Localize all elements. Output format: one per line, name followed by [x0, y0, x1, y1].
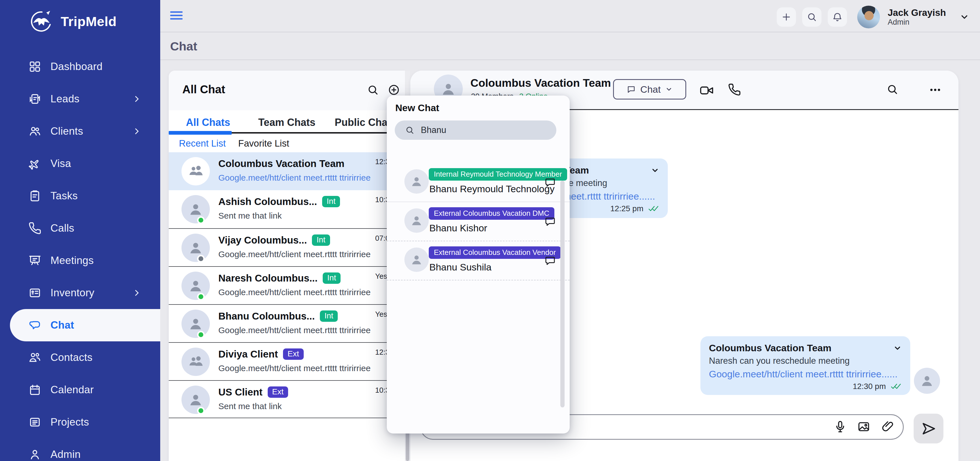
grid-icon	[29, 60, 41, 73]
notifications-button[interactable]	[828, 7, 847, 27]
message-time: 12:30 pm	[853, 382, 886, 391]
chat-list-item-us-client[interactable]: US ClientExt Sent me that link 10:30	[169, 380, 405, 418]
video-call-icon[interactable]	[699, 84, 715, 97]
inventory-icon	[29, 286, 41, 299]
sidebar-item-label: Admin	[51, 448, 81, 461]
message-options-chevron-icon[interactable]	[651, 166, 659, 175]
search-icon[interactable]	[367, 84, 379, 96]
new-chat-result-bhanu-reymould[interactable]: Internal Reymould Technology Member Bhan…	[387, 163, 570, 202]
more-options-icon[interactable]	[928, 84, 942, 97]
chat-list-item-vijay[interactable]: Vijay Coloumbus...Int Google.meet/htt/cl…	[169, 228, 405, 266]
search-icon	[405, 125, 415, 135]
image-attach-icon[interactable]	[857, 420, 870, 434]
sidebar-item-calendar[interactable]: Calendar	[0, 374, 160, 406]
subtab-favorite-list[interactable]: Favorite List	[238, 138, 289, 149]
microphone-icon[interactable]	[834, 420, 847, 434]
sidebar: TripMeld Dashboard Leads Clients Visa Ta…	[0, 0, 160, 461]
message-text: Naresh can you reschedule meeting	[709, 356, 902, 366]
modal-results: Internal Reymould Technology Member Bhan…	[387, 163, 570, 280]
message-time: 12:25 pm	[610, 204, 643, 213]
person-avatar	[181, 234, 210, 262]
user-info: Jack Grayish Admin	[888, 7, 946, 27]
user-name: Jack Grayish	[888, 7, 946, 18]
subtab-recent-list[interactable]: Recent List	[179, 138, 226, 149]
sidebar-item-tasks[interactable]: Tasks	[0, 180, 160, 212]
bell-icon	[832, 12, 843, 22]
member-name: Bhanu Sushila	[429, 262, 492, 273]
sidebar-nav: Dashboard Leads Clients Visa Tasks Calls…	[0, 51, 160, 461]
voice-call-icon[interactable]	[728, 83, 741, 96]
modal-search-input[interactable]: Bhanu	[395, 121, 556, 140]
sidebar-item-clients[interactable]: Clients	[0, 115, 160, 148]
tab-team-chats[interactable]: Team Chats	[248, 110, 326, 135]
sidebar-item-leads[interactable]: Leads	[0, 83, 160, 115]
clipboard-icon	[29, 189, 41, 202]
topbar-actions: Jack Grayish Admin	[777, 6, 969, 29]
sidebar-item-inventory[interactable]: Inventory	[0, 277, 160, 309]
start-chat-icon[interactable]	[544, 176, 556, 188]
clients-icon	[29, 125, 41, 138]
member-type-badge: External Coloumbus Vacation Vendor	[429, 246, 561, 259]
internal-badge: Int	[322, 196, 340, 207]
user-avatar[interactable]	[857, 6, 880, 29]
sidebar-item-dashboard[interactable]: Dashboard	[0, 51, 160, 83]
chat-last-message: Sent me that link	[218, 401, 371, 411]
chat-list-tabs: All Chats Team Chats Public Chats	[169, 110, 405, 135]
attachment-icon[interactable]	[881, 420, 895, 434]
sidebar-item-contacts[interactable]: Contacts	[0, 341, 160, 374]
online-status-dot	[197, 293, 205, 300]
search-button[interactable]	[802, 7, 821, 27]
add-button[interactable]	[777, 7, 796, 27]
chat-bubble-icon	[627, 85, 636, 94]
new-chat-icon[interactable]	[388, 84, 400, 96]
message-link[interactable]: Google.meet/htt/client meet.rtttt ttriri…	[709, 369, 902, 380]
person-avatar	[181, 272, 210, 300]
chat-list-title: All Chat	[182, 83, 225, 96]
chat-mode-dropdown[interactable]: Chat	[613, 79, 686, 100]
app-name: TripMeld	[61, 14, 116, 29]
start-chat-icon[interactable]	[544, 255, 556, 266]
sidebar-item-label: Clients	[51, 125, 83, 137]
chat-list-item-ashish[interactable]: Ashish Coloumbus...Int Sent me that link…	[169, 190, 405, 228]
new-chat-result-bhanu-kishor[interactable]: External Coloumbus Vacation DMC Bhanu Ki…	[387, 202, 570, 241]
chat-list-item-coloumbus-vacation-team[interactable]: Coloumbus Vacation Team Google.meet/htt/…	[169, 152, 405, 190]
chat-name: US Client	[218, 386, 262, 398]
send-button[interactable]	[914, 414, 943, 444]
chat-name: Naresh Coloumbus...	[218, 272, 318, 284]
sidebar-item-meetings[interactable]: Meetings	[0, 245, 160, 277]
chat-list-item-diviya[interactable]: Diviya ClientExt Google.meet/htt/client …	[169, 342, 405, 380]
sidebar-item-visa[interactable]: Visa	[0, 148, 160, 180]
menu-toggle-icon[interactable]	[170, 11, 183, 21]
new-chat-result-bhanu-sushila[interactable]: External Coloumbus Vacation Vendor Bhanu…	[387, 241, 570, 280]
modal-scrollbar[interactable]	[560, 181, 565, 407]
sidebar-item-admin[interactable]: Admin	[0, 438, 160, 461]
modal-search-value: Bhanu	[421, 125, 446, 135]
chat-name: Ashish Coloumbus...	[218, 196, 317, 207]
message-options-chevron-icon[interactable]	[893, 344, 902, 353]
chat-last-message: Google.meet/htt/client meet.rtttt ttriri…	[218, 326, 371, 335]
chat-list-item-bhanu[interactable]: Bhanu Coloumbus...Int Google.meet/htt/cl…	[169, 304, 405, 342]
contacts-icon	[29, 351, 41, 364]
sidebar-item-projects[interactable]: Projects	[0, 406, 160, 438]
plus-icon	[781, 12, 792, 22]
sidebar-item-label: Contacts	[51, 351, 92, 364]
group-avatar	[181, 157, 210, 185]
sidebar-item-calls[interactable]: Calls	[0, 212, 160, 245]
search-in-chat-icon[interactable]	[886, 83, 899, 95]
person-avatar	[181, 310, 210, 338]
user-menu-chevron-icon[interactable]	[959, 12, 969, 22]
start-chat-icon[interactable]	[544, 216, 556, 227]
plane-icon	[29, 157, 41, 170]
chat-list-subtabs: Recent List Favorite List	[169, 135, 405, 152]
chat-last-message: Google.meet/htt/client meet.rtttt ttriri…	[218, 173, 371, 183]
top-bar: Jack Grayish Admin	[160, 0, 980, 32]
sidebar-item-chat[interactable]: Chat	[10, 309, 160, 341]
member-name: Bhanu Kishor	[429, 223, 487, 234]
sidebar-item-label: Calls	[51, 222, 74, 234]
chat-name: Bhanu Coloumbus...	[218, 310, 315, 322]
chat-last-message: Sent me that link	[218, 211, 371, 221]
chat-icon	[29, 319, 41, 332]
sidebar-item-label: Leads	[51, 93, 80, 105]
sidebar-item-label: Calendar	[51, 384, 94, 396]
chat-list-item-naresh[interactable]: Naresh Coloumbus...Int Google.meet/htt/c…	[169, 266, 405, 304]
